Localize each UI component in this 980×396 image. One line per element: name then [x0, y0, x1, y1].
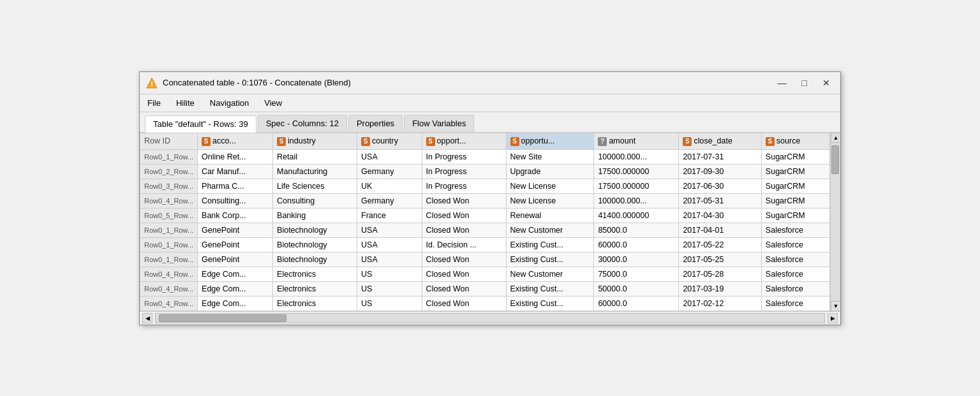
table-row[interactable]: Row0_4_Row... Edge Com... Electronics US…	[140, 281, 830, 296]
cell-opport1: In Progress	[422, 149, 506, 164]
table-header-row: Row ID Sacco... Sindustry Scountry	[140, 133, 830, 149]
cell-source: Salesforce	[761, 267, 829, 281]
close-button[interactable]: ✕	[819, 77, 834, 89]
cell-opport1: Closed Won	[422, 252, 506, 267]
h-scroll-track[interactable]	[155, 313, 825, 323]
h-scroll-thumb[interactable]	[159, 314, 286, 322]
col-header-amount[interactable]: ?amount	[594, 133, 679, 149]
s-type-icon: S	[202, 137, 211, 146]
minimize-button[interactable]: —	[774, 77, 791, 89]
v-scroll-track[interactable]	[831, 143, 840, 301]
tab-table[interactable]: Table "default" - Rows: 39	[145, 115, 256, 133]
scroll-right-button[interactable]: ▶	[828, 313, 838, 323]
main-window: ! Concatenated table - 0:1076 - Concaten…	[139, 71, 841, 325]
table-row[interactable]: Row0_4_Row... Consulting... Consulting G…	[140, 193, 830, 208]
scroll-up-button[interactable]: ▲	[831, 133, 840, 143]
window-title: Concatenated table - 0:1076 - Concatenat…	[163, 78, 351, 87]
cell-source: Salesforce	[761, 237, 829, 252]
tab-properties[interactable]: Properties	[348, 115, 403, 132]
cell-amount: 17500.000000	[594, 164, 679, 179]
cell-account: Edge Com...	[198, 267, 273, 281]
menu-file[interactable]: File	[145, 97, 163, 109]
cell-country: USA	[357, 223, 422, 237]
col-header-country[interactable]: Scountry	[357, 133, 422, 149]
cell-opport2: New Customer	[506, 223, 594, 237]
data-table: Row ID Sacco... Sindustry Scountry	[140, 133, 830, 311]
h-scrollbar-area: ◀ ▶	[140, 311, 840, 325]
col-header-industry[interactable]: Sindustry	[273, 133, 357, 149]
table-row[interactable]: Row0_4_Row... Edge Com... Electronics US…	[140, 296, 830, 311]
cell-rowid: Row0_2_Row...	[140, 164, 198, 179]
cell-account: Consulting...	[198, 193, 273, 208]
cell-account: Bank Corp...	[198, 208, 273, 223]
cell-opport2: Existing Cust...	[506, 281, 594, 296]
title-bar: ! Concatenated table - 0:1076 - Concaten…	[140, 72, 840, 94]
col-header-source[interactable]: Ssource	[761, 133, 829, 149]
cell-close-date: 2017-07-31	[679, 149, 761, 164]
maximize-button[interactable]: □	[798, 77, 811, 89]
scroll-down-button[interactable]: ▼	[831, 301, 840, 311]
cell-industry: Life Sciences	[273, 179, 357, 193]
cell-close-date: 2017-06-30	[679, 179, 761, 193]
col-header-opport1[interactable]: Sopport...	[422, 133, 506, 149]
svg-text:!: !	[151, 80, 153, 88]
cell-account: GenePoint	[198, 237, 273, 252]
table-row[interactable]: Row0_3_Row... Pharma C... Life Sciences …	[140, 179, 830, 193]
menu-view[interactable]: View	[262, 97, 285, 109]
cell-amount: 41400.000000	[594, 208, 679, 223]
cell-industry: Electronics	[273, 281, 357, 296]
s-type-icon: S	[683, 137, 692, 146]
col-header-rowid[interactable]: Row ID	[140, 133, 198, 149]
cell-opport1: In Progress	[422, 164, 506, 179]
cell-amount: 60000.0	[594, 296, 679, 311]
s-type-icon: S	[510, 137, 519, 146]
cell-account: Edge Com...	[198, 281, 273, 296]
cell-country: US	[357, 267, 422, 281]
cell-opport1: Closed Won	[422, 296, 506, 311]
cell-opport1: Closed Won	[422, 193, 506, 208]
col-header-account[interactable]: Sacco...	[198, 133, 273, 149]
cell-industry: Biotechnology	[273, 223, 357, 237]
scroll-left-button[interactable]: ◀	[142, 313, 152, 323]
cell-source: SugarCRM	[761, 179, 829, 193]
cell-opport1: Closed Won	[422, 223, 506, 237]
cell-opport2: New License	[506, 179, 594, 193]
table-row[interactable]: Row0_1_Row... GenePoint Biotechnology US…	[140, 223, 830, 237]
cell-source: Salesforce	[761, 281, 829, 296]
s-type-icon: S	[766, 137, 775, 146]
s-type-icon: S	[277, 137, 286, 146]
cell-rowid: Row0_1_Row...	[140, 149, 198, 164]
cell-account: Edge Com...	[198, 296, 273, 311]
table-row[interactable]: Row0_2_Row... Car Manuf... Manufacturing…	[140, 164, 830, 179]
tab-spec[interactable]: Spec - Columns: 12	[258, 115, 347, 132]
cell-account: GenePoint	[198, 252, 273, 267]
table-row[interactable]: Row0_5_Row... Bank Corp... Banking Franc…	[140, 208, 830, 223]
table-row[interactable]: Row0_1_Row... GenePoint Biotechnology US…	[140, 252, 830, 267]
menu-navigation[interactable]: Navigation	[207, 97, 251, 109]
col-header-close-date[interactable]: Sclose_date	[679, 133, 761, 149]
cell-rowid: Row0_4_Row...	[140, 296, 198, 311]
v-scroll-thumb[interactable]	[831, 145, 839, 174]
cell-opport2: Upgrade	[506, 164, 594, 179]
table-row[interactable]: Row0_1_Row... GenePoint Biotechnology US…	[140, 237, 830, 252]
table-wrapper: Row ID Sacco... Sindustry Scountry	[140, 133, 840, 311]
menu-hilite[interactable]: Hilite	[174, 97, 197, 109]
cell-country: US	[357, 281, 422, 296]
cell-account: Pharma C...	[198, 179, 273, 193]
cell-source: Salesforce	[761, 252, 829, 267]
cell-rowid: Row0_5_Row...	[140, 208, 198, 223]
table-row[interactable]: Row0_4_Row... Edge Com... Electronics US…	[140, 267, 830, 281]
table-row[interactable]: Row0_1_Row... Online Ret... Retail USA I…	[140, 149, 830, 164]
cell-source: SugarCRM	[761, 164, 829, 179]
cell-opport2: New Site	[506, 149, 594, 164]
col-header-opport2[interactable]: Sopportu...	[506, 133, 594, 149]
v-scrollbar[interactable]: ▲ ▼	[830, 133, 840, 311]
cell-rowid: Row0_3_Row...	[140, 179, 198, 193]
cell-opport2: Existing Cust...	[506, 252, 594, 267]
cell-opport2: Existing Cust...	[506, 237, 594, 252]
cell-country: USA	[357, 237, 422, 252]
cell-industry: Electronics	[273, 296, 357, 311]
tab-flow-variables[interactable]: Flow Variables	[404, 115, 474, 132]
cell-industry: Consulting	[273, 193, 357, 208]
cell-account: GenePoint	[198, 223, 273, 237]
